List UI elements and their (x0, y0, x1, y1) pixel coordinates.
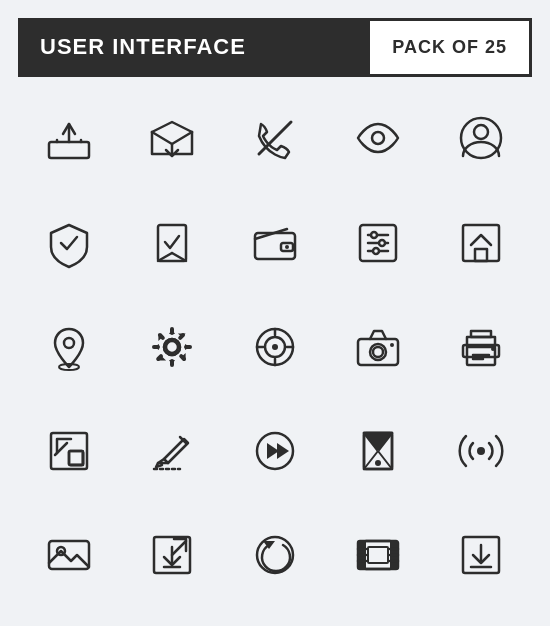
svg-rect-22 (463, 225, 499, 261)
image-icon (18, 504, 121, 607)
open-mail-icon (121, 87, 224, 190)
svg-rect-41 (471, 331, 491, 337)
sliders-icon (326, 191, 429, 294)
film-strip-icon (326, 504, 429, 607)
svg-point-31 (272, 344, 278, 350)
svg-point-38 (373, 347, 383, 357)
header: USER INTERFACE PACK OF 25 (18, 18, 532, 77)
header-badge: PACK OF 25 (367, 18, 532, 77)
svg-point-14 (285, 245, 289, 249)
target-icon (224, 295, 327, 398)
radio-wave-icon (429, 400, 532, 503)
gear-icon (121, 295, 224, 398)
svg-point-6 (372, 132, 384, 144)
card: USER INTERFACE PACK OF 25 (0, 0, 550, 626)
svg-rect-65 (49, 541, 89, 569)
pencil-icon (121, 400, 224, 503)
svg-point-20 (379, 240, 385, 246)
svg-point-21 (373, 248, 379, 254)
export-box-icon (121, 504, 224, 607)
icons-grid (0, 77, 550, 626)
printer-icon (429, 295, 532, 398)
undo-icon (224, 504, 327, 607)
bookmark-check-icon (121, 191, 224, 294)
location-pin-icon (18, 295, 121, 398)
svg-marker-59 (364, 433, 392, 451)
svg-point-24 (64, 338, 74, 348)
upload-tray-icon (18, 87, 121, 190)
svg-rect-0 (49, 142, 89, 158)
svg-rect-78 (368, 547, 388, 563)
svg-point-39 (390, 343, 394, 347)
shield-check-icon (18, 191, 121, 294)
download-box-icon (429, 504, 532, 607)
home-icon (429, 191, 532, 294)
wallet-icon (224, 191, 327, 294)
header-title: USER INTERFACE (18, 18, 367, 77)
svg-point-19 (371, 232, 377, 238)
svg-rect-47 (69, 451, 83, 465)
svg-marker-55 (277, 443, 289, 459)
user-circle-icon (429, 87, 532, 190)
fast-forward-icon (224, 400, 327, 503)
svg-point-8 (474, 125, 488, 139)
hourglass-icon (326, 400, 429, 503)
svg-rect-9 (158, 225, 186, 261)
camera-icon (326, 295, 429, 398)
phone-slash-icon (224, 87, 327, 190)
svg-line-70 (172, 541, 186, 555)
svg-rect-23 (475, 249, 487, 261)
resize-icon (18, 400, 121, 503)
svg-point-61 (375, 460, 381, 466)
svg-point-45 (491, 347, 495, 351)
svg-point-64 (477, 447, 485, 455)
eye-icon (326, 87, 429, 190)
